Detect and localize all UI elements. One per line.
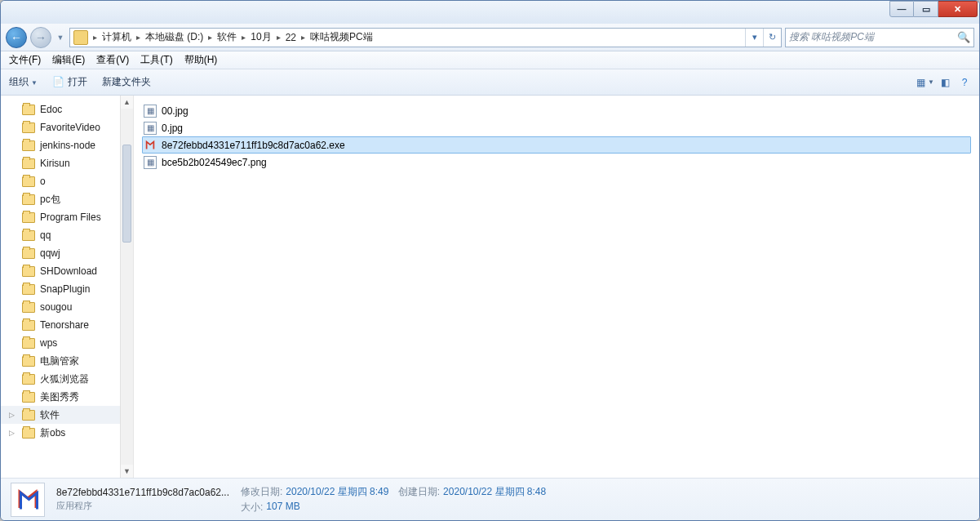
details-mod-label: 修改日期:	[241, 485, 282, 499]
details-create-value: 2020/10/22 星期四 8:48	[443, 485, 546, 499]
tree-item[interactable]: qqwj	[1, 244, 120, 262]
details-dates-col: 修改日期: 2020/10/22 星期四 8:49 创建日期: 2020/10/…	[241, 485, 546, 514]
organize-button[interactable]: 组织▼	[9, 75, 38, 89]
menu-bar: 文件(F) 编辑(E) 查看(V) 工具(T) 帮助(H)	[1, 51, 979, 69]
breadcrumb-item[interactable]: 22	[284, 32, 298, 43]
search-icon: 🔍	[957, 31, 970, 43]
preview-pane-button[interactable]: ◧	[938, 76, 951, 89]
tree-item[interactable]: 火狐浏览器	[1, 370, 120, 388]
tree-item[interactable]: jenkins-node	[1, 136, 120, 154]
menu-edit[interactable]: 编辑(E)	[52, 53, 85, 67]
tree-scrollbar[interactable]: ▲ ▼	[120, 96, 133, 478]
tree-item[interactable]: Program Files	[1, 208, 120, 226]
menu-help[interactable]: 帮助(H)	[184, 53, 218, 67]
folder-icon	[22, 428, 35, 439]
folder-icon	[22, 140, 35, 151]
tree-item-label: o	[40, 176, 46, 187]
open-icon: 📄	[52, 75, 65, 88]
file-row[interactable]: 8e72febbd4331e711ff1b9c8d7ac0a62.exe	[142, 136, 971, 154]
file-name: 8e72febbd4331e711ff1b9c8d7ac0a62.exe	[162, 140, 345, 151]
tree-item[interactable]: wps	[1, 334, 120, 352]
breadcrumb[interactable]: ▸ 计算机 ▸ 本地磁盘 (D:) ▸ 软件 ▸ 10月 ▸ 22 ▸ 咪咕视频…	[69, 28, 782, 47]
history-dropdown[interactable]: ▼	[55, 27, 66, 48]
folder-icon	[22, 356, 35, 367]
scroll-up-arrow[interactable]: ▲	[121, 96, 133, 109]
minimize-button[interactable]: —	[889, 1, 914, 17]
new-folder-button[interactable]: 新建文件夹	[102, 75, 151, 89]
folder-icon	[22, 122, 35, 133]
explorer-window: — ▭ ✕ ← → ▼ ▸ 计算机 ▸ 本地磁盘 (D:) ▸ 软件 ▸ 10月…	[0, 0, 980, 521]
folder-icon	[22, 248, 35, 259]
tree-item[interactable]: o	[1, 172, 120, 190]
folder-icon	[22, 158, 35, 169]
tree-item[interactable]: Kirisun	[1, 154, 120, 172]
folder-icon	[22, 194, 35, 205]
nav-bar: ← → ▼ ▸ 计算机 ▸ 本地磁盘 (D:) ▸ 软件 ▸ 10月 ▸ 22 …	[1, 24, 979, 51]
forward-arrow-icon: →	[35, 31, 47, 44]
refresh-button[interactable]: ↻	[763, 29, 781, 47]
titlebar: — ▭ ✕	[1, 1, 979, 24]
breadcrumb-item[interactable]: 咪咕视频PC端	[308, 30, 375, 44]
file-row[interactable]: ▦0.jpg	[142, 119, 971, 136]
tree-item[interactable]: pc包	[1, 190, 120, 208]
help-button[interactable]: ?	[958, 76, 971, 89]
breadcrumb-sep: ▸	[238, 33, 249, 42]
breadcrumb-item[interactable]: 10月	[249, 30, 273, 44]
tree-item[interactable]: SHDownload	[1, 262, 120, 280]
tree-item-label: SHDownload	[40, 265, 97, 277]
folder-icon	[22, 374, 35, 385]
folder-tree[interactable]: EdocFavoriteVideojenkins-nodeKirisunopc包…	[1, 96, 134, 478]
open-button[interactable]: 📄 打开	[52, 75, 87, 89]
folder-icon	[22, 410, 35, 421]
tree-item[interactable]: 电脑管家	[1, 352, 120, 370]
chevron-down-icon: ▼	[57, 33, 64, 42]
tree-item[interactable]: ▷新obs	[1, 424, 120, 442]
close-button[interactable]: ✕	[938, 1, 978, 17]
details-filename: 8e72febbd4331e711ff1b9c8d7ac0a62...	[56, 487, 229, 498]
breadcrumb-sep: ▸	[133, 33, 144, 42]
breadcrumb-item[interactable]: 软件	[215, 30, 238, 44]
view-options-button[interactable]: ▦▼	[919, 76, 932, 89]
tree-item[interactable]: Edoc	[1, 100, 120, 118]
details-pane: 8e72febbd4331e711ff1b9c8d7ac0a62... 应用程序…	[1, 478, 979, 520]
minimize-icon: —	[898, 4, 907, 14]
file-row[interactable]: ▦00.jpg	[142, 102, 971, 119]
tree-item[interactable]: sougou	[1, 298, 120, 316]
folder-icon	[22, 212, 35, 223]
tree-item-label: 新obs	[40, 426, 65, 440]
tree-item[interactable]: FavoriteVideo	[1, 118, 120, 136]
details-create-label: 创建日期:	[398, 485, 440, 499]
breadcrumb-dropdown[interactable]: ▾	[745, 29, 763, 47]
maximize-button[interactable]: ▭	[914, 1, 938, 17]
forward-button[interactable]: →	[30, 27, 51, 48]
menu-tools[interactable]: 工具(T)	[140, 53, 172, 67]
breadcrumb-item[interactable]: 本地磁盘 (D:)	[144, 30, 205, 44]
tree-item-label: jenkins-node	[40, 140, 95, 151]
scroll-thumb[interactable]	[122, 145, 131, 243]
tree-item-label: 美图秀秀	[40, 390, 79, 404]
search-input[interactable]: 搜索 咪咕视频PC端 🔍	[785, 28, 974, 47]
tree-item[interactable]: ▷软件	[1, 406, 120, 424]
tree-item-label: 火狐浏览器	[40, 372, 89, 386]
expand-icon[interactable]: ▷	[7, 411, 16, 419]
breadcrumb-item[interactable]: 计算机	[100, 30, 133, 44]
menu-view[interactable]: 查看(V)	[96, 53, 129, 67]
tree-item[interactable]: SnapPlugin	[1, 280, 120, 298]
image-file-icon: ▦	[144, 122, 157, 135]
search-placeholder: 搜索 咪咕视频PC端	[789, 30, 874, 44]
menu-file[interactable]: 文件(F)	[9, 53, 41, 67]
tree-item-label: FavoriteVideo	[40, 122, 100, 133]
file-row[interactable]: ▦bce5b2b024549ec7.png	[142, 154, 971, 171]
file-list[interactable]: ▦00.jpg▦0.jpg8e72febbd4331e711ff1b9c8d7a…	[134, 96, 979, 478]
expand-icon[interactable]: ▷	[7, 429, 16, 437]
back-button[interactable]: ←	[6, 27, 27, 48]
tree-item-label: SnapPlugin	[40, 283, 90, 295]
tree-item-label: Edoc	[40, 104, 62, 115]
tree-item[interactable]: 美图秀秀	[1, 388, 120, 406]
tree-item-label: Program Files	[40, 212, 101, 223]
scroll-down-arrow[interactable]: ▼	[121, 465, 133, 478]
tree-item[interactable]: qq	[1, 226, 120, 244]
image-file-icon: ▦	[144, 156, 157, 169]
folder-icon	[22, 230, 35, 241]
tree-item[interactable]: Tenorshare	[1, 316, 120, 334]
